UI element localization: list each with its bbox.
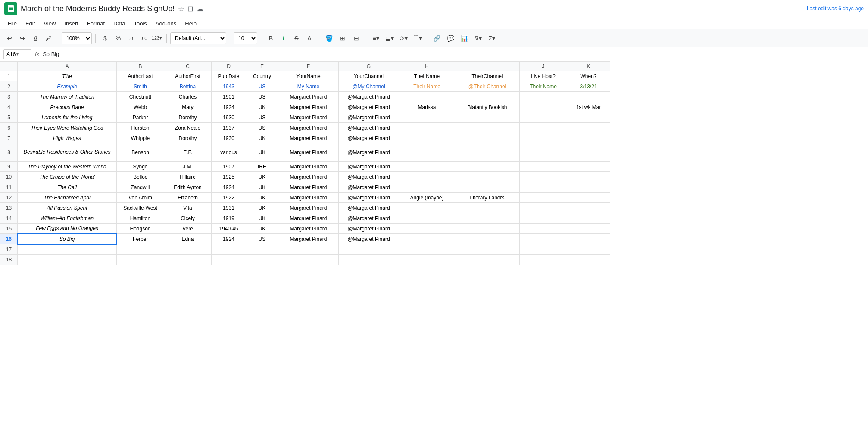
cell-b1[interactable]: AuthorLast bbox=[117, 71, 164, 81]
cell-c18[interactable] bbox=[164, 255, 212, 265]
menu-tools[interactable]: Tools bbox=[130, 19, 150, 28]
cell-e16[interactable]: US bbox=[246, 234, 278, 244]
menu-view[interactable]: View bbox=[40, 19, 59, 28]
col-header-i[interactable]: I bbox=[455, 62, 520, 71]
cell-i9[interactable] bbox=[455, 162, 520, 172]
cell-d11[interactable]: 1924 bbox=[212, 182, 246, 193]
cell-i8[interactable] bbox=[455, 143, 520, 162]
cell-c5[interactable]: Dorothy bbox=[164, 112, 212, 123]
currency-button[interactable]: $ bbox=[99, 32, 111, 44]
cell-k2[interactable]: 3/13/21 bbox=[567, 81, 610, 92]
cell-h8[interactable] bbox=[399, 143, 455, 162]
col-header-a[interactable]: A bbox=[18, 62, 117, 71]
sheet-container[interactable]: A B C D E F G H I J K 1 Title AuthorLast… bbox=[0, 61, 868, 444]
row-header-11[interactable]: 11 bbox=[0, 182, 18, 193]
cell-b2[interactable]: Smith bbox=[117, 81, 164, 92]
cell-f11[interactable]: Margaret Pinard bbox=[278, 182, 339, 193]
cell-a14[interactable]: William-An Englishman bbox=[18, 213, 117, 224]
cell-f14[interactable]: Margaret Pinard bbox=[278, 213, 339, 224]
cell-j6[interactable] bbox=[520, 123, 567, 133]
col-header-e[interactable]: E bbox=[246, 62, 278, 71]
cell-h16[interactable] bbox=[399, 234, 455, 244]
cell-f16[interactable]: Margaret Pinard bbox=[278, 234, 339, 244]
cell-c7[interactable]: Dorothy bbox=[164, 133, 212, 143]
cell-b13[interactable]: Sackville-West bbox=[117, 203, 164, 213]
cell-c17[interactable] bbox=[164, 244, 212, 255]
cell-j7[interactable] bbox=[520, 133, 567, 143]
cell-f8[interactable]: Margaret Pinard bbox=[278, 143, 339, 162]
cell-k13[interactable] bbox=[567, 203, 610, 213]
cell-d15[interactable]: 1940-45 bbox=[212, 224, 246, 234]
cell-b7[interactable]: Whipple bbox=[117, 133, 164, 143]
cell-j18[interactable] bbox=[520, 255, 567, 265]
cell-f3[interactable]: Margaret Pinard bbox=[278, 92, 339, 102]
cell-i5[interactable] bbox=[455, 112, 520, 123]
format-number-button[interactable]: 123▾ bbox=[151, 32, 163, 44]
cell-e4[interactable]: UK bbox=[246, 102, 278, 112]
cell-j3[interactable] bbox=[520, 92, 567, 102]
cell-g9[interactable]: @Margaret Pinard bbox=[339, 162, 399, 172]
cell-i1[interactable]: TheirChannel bbox=[455, 71, 520, 81]
cell-d12[interactable]: 1922 bbox=[212, 193, 246, 203]
cell-e10[interactable]: UK bbox=[246, 172, 278, 182]
cell-d17[interactable] bbox=[212, 244, 246, 255]
col-header-g[interactable]: G bbox=[339, 62, 399, 71]
cell-a9[interactable]: The Playboy of the Western World bbox=[18, 162, 117, 172]
font-select[interactable]: Default (Ari... bbox=[170, 32, 226, 44]
cell-k7[interactable] bbox=[567, 133, 610, 143]
cell-e9[interactable]: IRE bbox=[246, 162, 278, 172]
cell-f13[interactable]: Margaret Pinard bbox=[278, 203, 339, 213]
cell-g13[interactable]: @Margaret Pinard bbox=[339, 203, 399, 213]
cell-a6[interactable]: Their Eyes Were Watching God bbox=[18, 123, 117, 133]
decimal-up-button[interactable]: .00 bbox=[138, 32, 150, 44]
cell-c14[interactable]: Cicely bbox=[164, 213, 212, 224]
cell-e18[interactable] bbox=[246, 255, 278, 265]
row-header-4[interactable]: 4 bbox=[0, 102, 18, 112]
cell-b16[interactable]: Ferber bbox=[117, 234, 164, 244]
cell-i6[interactable] bbox=[455, 123, 520, 133]
row-header-9[interactable]: 9 bbox=[0, 162, 18, 172]
col-header-c[interactable]: C bbox=[164, 62, 212, 71]
cell-j4[interactable] bbox=[520, 102, 567, 112]
cell-c15[interactable]: Vere bbox=[164, 224, 212, 234]
cell-a16[interactable]: So Big bbox=[18, 234, 117, 244]
cell-d10[interactable]: 1925 bbox=[212, 172, 246, 182]
cell-g5[interactable]: @Margaret Pinard bbox=[339, 112, 399, 123]
menu-format[interactable]: Format bbox=[84, 19, 108, 28]
cell-g10[interactable]: @Margaret Pinard bbox=[339, 172, 399, 182]
cell-g2[interactable]: @My Channel bbox=[339, 81, 399, 92]
cell-f5[interactable]: Margaret Pinard bbox=[278, 112, 339, 123]
cell-a2[interactable]: Example bbox=[18, 81, 117, 92]
cell-c3[interactable]: Charles bbox=[164, 92, 212, 102]
cell-i3[interactable] bbox=[455, 92, 520, 102]
row-header-12[interactable]: 12 bbox=[0, 193, 18, 203]
cell-g6[interactable]: @Margaret Pinard bbox=[339, 123, 399, 133]
cell-reference[interactable]: A16 ▾ bbox=[3, 49, 31, 59]
cell-f1[interactable]: YourName bbox=[278, 71, 339, 81]
cell-a18[interactable] bbox=[18, 255, 117, 265]
cell-a17[interactable] bbox=[18, 244, 117, 255]
star-icon[interactable]: ☆ bbox=[178, 5, 184, 13]
cell-h18[interactable] bbox=[399, 255, 455, 265]
cell-b10[interactable]: Belloc bbox=[117, 172, 164, 182]
cell-d3[interactable]: 1901 bbox=[212, 92, 246, 102]
cell-c1[interactable]: AuthorFirst bbox=[164, 71, 212, 81]
cell-d16[interactable]: 1924 bbox=[212, 234, 246, 244]
row-header-15[interactable]: 15 bbox=[0, 224, 18, 234]
cell-k5[interactable] bbox=[567, 112, 610, 123]
menu-data[interactable]: Data bbox=[110, 19, 128, 28]
cell-g17[interactable] bbox=[339, 244, 399, 255]
formula-input[interactable] bbox=[43, 49, 865, 59]
cell-f6[interactable]: Margaret Pinard bbox=[278, 123, 339, 133]
cell-d18[interactable] bbox=[212, 255, 246, 265]
row-header-5[interactable]: 5 bbox=[0, 112, 18, 123]
cell-g1[interactable]: YourChannel bbox=[339, 71, 399, 81]
redo-button[interactable]: ↪ bbox=[16, 32, 28, 44]
zoom-select[interactable]: 100% bbox=[62, 32, 92, 44]
cell-h12[interactable]: Angie (maybe) bbox=[399, 193, 455, 203]
cell-d9[interactable]: 1907 bbox=[212, 162, 246, 172]
cell-h10[interactable] bbox=[399, 172, 455, 182]
text-rotate-button[interactable]: ⟳▾ bbox=[397, 32, 409, 44]
cell-a12[interactable]: The Enchanted April bbox=[18, 193, 117, 203]
folder-icon[interactable]: ⊡ bbox=[187, 5, 193, 13]
